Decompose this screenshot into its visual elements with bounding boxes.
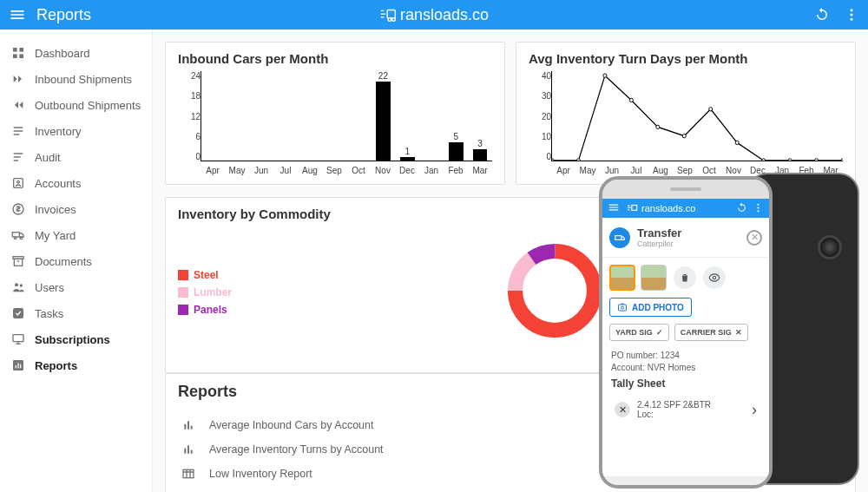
chart-icon xyxy=(10,358,26,373)
phone-speaker xyxy=(602,180,769,199)
archive-icon xyxy=(10,253,26,269)
photo-thumb[interactable] xyxy=(609,265,635,291)
svg-rect-13 xyxy=(12,233,19,237)
svg-point-54 xyxy=(757,210,759,212)
more-vert-icon[interactable] xyxy=(844,7,859,23)
svg-rect-7 xyxy=(19,48,23,52)
svg-point-19 xyxy=(20,284,23,286)
menu-icon[interactable] xyxy=(608,201,620,215)
phone-front: ransloads.co Transfer Catterpiler ✕ xyxy=(599,176,773,489)
chart-title: Inbound Cars per Month xyxy=(178,51,492,66)
svg-rect-17 xyxy=(14,259,22,266)
po-number: PO number: 1234 xyxy=(611,351,760,360)
svg-rect-0 xyxy=(387,10,395,18)
svg-point-53 xyxy=(757,207,759,208)
sidebar-item-myyard[interactable]: My Yard xyxy=(0,222,152,248)
item-desc: 2.4.12 SPF 2&BTR xyxy=(637,400,711,410)
accounts-icon xyxy=(10,175,26,191)
svg-rect-20 xyxy=(13,308,23,318)
svg-rect-45 xyxy=(184,449,186,454)
svg-point-37 xyxy=(841,159,843,161)
sidebar-item-accounts[interactable]: Accounts xyxy=(0,170,152,196)
donut-chart xyxy=(503,239,607,346)
sidebar-item-audit[interactable]: Audit xyxy=(0,144,152,170)
yard-sig-button[interactable]: YARD SIG✓ xyxy=(609,324,669,341)
svg-rect-51 xyxy=(632,206,637,211)
sidebar-label: Subscriptions xyxy=(35,333,110,346)
camera-icon xyxy=(818,235,842,259)
refresh-icon[interactable] xyxy=(736,202,747,215)
svg-point-56 xyxy=(713,276,716,279)
transfer-icon xyxy=(609,227,630,248)
inbound-cars-card: Inbound Cars per Month 24181260 22153 Ap… xyxy=(165,42,505,185)
svg-point-34 xyxy=(762,159,766,161)
sidebar-item-users[interactable]: Users xyxy=(0,274,152,300)
carrier-sig-button[interactable]: CARRIER SIG✕ xyxy=(674,324,748,341)
report-label: Low Inventory Report xyxy=(209,468,312,480)
sidebar-item-subscriptions[interactable]: Subscriptions xyxy=(0,326,152,352)
refresh-icon[interactable] xyxy=(814,7,830,23)
legend-label: Lumber xyxy=(194,286,232,298)
delete-icon[interactable] xyxy=(674,266,696,289)
sidebar-label: Inventory xyxy=(35,125,81,138)
svg-point-32 xyxy=(709,108,713,111)
report-label: Average Inventory Turns by Account xyxy=(209,443,384,456)
phone-mockup: ransloads.co Transfer Catterpiler ✕ xyxy=(599,173,859,492)
sidebar-item-inventory[interactable]: Inventory xyxy=(0,118,152,144)
avg-inventory-card: Avg Inventory Turn Days per Month 403020… xyxy=(516,42,856,185)
svg-point-41 xyxy=(516,252,595,331)
legend-label: Steel xyxy=(194,269,219,281)
check-icon: ✓ xyxy=(656,328,663,337)
line-chart: 403020100 AprMayJunJulAugSepOctNovDecJan… xyxy=(529,71,843,175)
svg-rect-57 xyxy=(619,305,627,311)
tally-row[interactable]: ✕ 2.4.12 SPF 2&BTR Loc: › xyxy=(611,400,760,419)
sidebar-item-outbound[interactable]: Outbound Shipments xyxy=(0,92,152,118)
legend-item: Steel xyxy=(178,269,232,281)
sidebar-item-invoices[interactable]: Invoices xyxy=(0,196,152,222)
sidebar-label: Dashboard xyxy=(35,47,90,60)
svg-point-31 xyxy=(682,134,686,137)
svg-point-3 xyxy=(851,9,853,11)
page-title: Reports xyxy=(36,6,91,24)
svg-point-27 xyxy=(576,159,580,161)
remove-icon[interactable]: ✕ xyxy=(615,402,630,417)
legend-item: Lumber xyxy=(178,286,232,298)
svg-rect-48 xyxy=(183,469,194,477)
legend-swatch xyxy=(178,287,188,298)
svg-rect-23 xyxy=(16,365,16,368)
svg-rect-6 xyxy=(13,48,17,52)
sidebar-item-reports[interactable]: Reports xyxy=(0,352,152,378)
photo-thumbnails xyxy=(602,258,769,298)
sidebar-label: Invoices xyxy=(35,203,76,216)
account-name: Account: NVR Homes xyxy=(611,363,760,372)
sidebar-item-tasks[interactable]: Tasks xyxy=(0,300,152,326)
close-icon[interactable]: ✕ xyxy=(746,230,762,246)
bar-chart-icon xyxy=(181,418,197,432)
sidebar-item-inbound[interactable]: Inbound Shipments xyxy=(0,66,152,92)
sidebar-item-dashboard[interactable]: Dashboard xyxy=(0,40,152,66)
svg-rect-24 xyxy=(17,363,18,368)
dollar-icon xyxy=(10,201,26,217)
add-photo-button[interactable]: ADD PHOTO xyxy=(609,298,692,317)
phone-title: Transfer xyxy=(637,226,681,239)
commodity-legend: SteelLumberPanels xyxy=(178,269,232,316)
view-icon[interactable] xyxy=(703,266,726,289)
dashboard-icon xyxy=(10,45,26,61)
photo-thumb[interactable] xyxy=(641,265,667,291)
svg-rect-44 xyxy=(191,426,193,430)
more-vert-icon[interactable] xyxy=(753,202,764,215)
svg-point-28 xyxy=(603,74,607,77)
phone-brand: ransloads.co xyxy=(627,203,731,213)
svg-rect-42 xyxy=(184,424,186,430)
brand-text: ransloads.co xyxy=(400,6,489,24)
legend-item: Panels xyxy=(178,304,232,316)
sidebar-label: Reports xyxy=(35,359,77,372)
legend-swatch xyxy=(178,305,188,315)
tally-sheet-title: Tally Sheet xyxy=(611,377,760,390)
sidebar-label: Users xyxy=(35,281,64,294)
menu-icon[interactable] xyxy=(9,6,26,23)
svg-point-5 xyxy=(851,18,853,21)
phone-screen: ransloads.co Transfer Catterpiler ✕ xyxy=(602,199,769,476)
sidebar-item-documents[interactable]: Documents xyxy=(0,248,152,274)
svg-point-2 xyxy=(392,18,396,22)
